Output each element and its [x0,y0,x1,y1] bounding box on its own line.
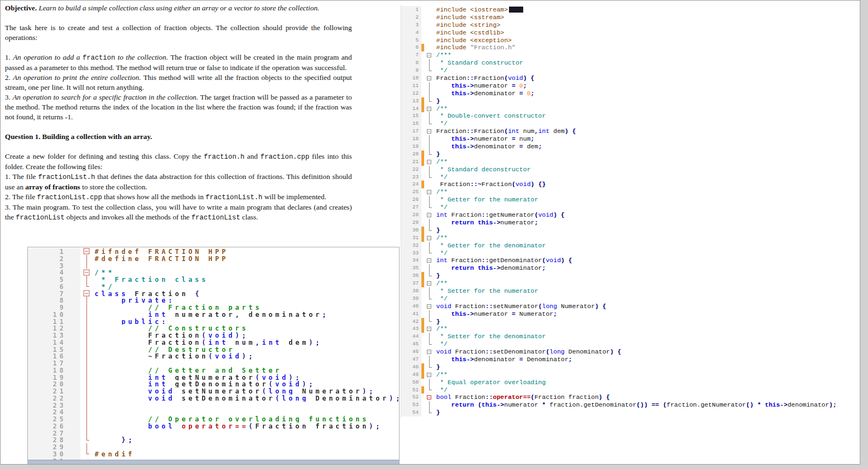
code-token: void [516,181,531,188]
code-token: -> [466,356,474,363]
fold-line-marker [80,360,92,367]
code-token: int [148,311,169,318]
code-line: 28 }; [28,436,399,443]
code-token: ; [322,311,329,318]
line-number: 32 [401,242,421,250]
code-token: Fraction [95,339,202,346]
fold-collapse-icon [80,290,92,297]
code-text: int Fraction::getDenominator(void) { [434,257,860,264]
line-number: 17 [401,128,421,135]
code-token: } [436,97,440,105]
code-line: 47 this->denominator = Denominator; [401,356,860,363]
line-number: 11 [401,82,421,90]
fold-line-marker [424,135,434,143]
code-token: Numerator [296,387,362,395]
code-token: long [542,303,557,310]
line-number: 7 [401,51,421,59]
fold-end-marker [424,272,434,280]
code-text: * Getter for the numerator [434,196,860,204]
code-text: /** [434,280,860,287]
code-line: 1#include <iostream> [401,6,860,14]
fold-line-marker [80,352,92,360]
code-token: denominator [474,90,519,97]
line-number: 24 [28,408,80,415]
fold-end-marker [424,318,434,326]
code-line: 38 * Setter for the numerator [401,287,860,295]
code-token: operator== [493,393,531,401]
code-token: } [436,150,440,158]
code-token: Numerator [519,310,553,317]
code-token: -> [466,135,474,142]
code-text: * Fraction class [92,276,399,283]
line-number: 20 [28,380,80,387]
fold-end-marker [424,340,434,348]
code-line: 5#include <exception> [401,37,860,44]
code-text: /** [92,269,399,276]
line-number: 30 [28,450,80,458]
code-line: 36} [401,272,860,280]
code-token: ); [309,339,322,346]
fold-margin [424,37,434,44]
code-token: getDenominator [489,257,542,264]
paragraph: The task here is to create and test a co… [5,23,352,43]
code-line: 10Fraction::Fraction(void) { [401,74,860,82]
code-line: 48} [401,363,860,371]
code-token: long [282,395,309,402]
code-token: * Getter for the numerator [436,196,538,203]
code-line: 53 return (this->numerator * fraction.ge… [401,401,860,409]
code-token [436,219,452,226]
code-line: 28int Fraction::getNumerator(void) { [401,211,860,219]
code-token: #endif [95,450,135,458]
code-text: // Getter and Setter [92,367,399,374]
fold-end-marker [80,283,92,290]
code-text: Fraction::Fraction(int num,int dem) { [434,128,860,135]
code-text: * Standard constructor [434,59,860,67]
code-token: this [482,401,497,408]
code-token: /** [436,325,448,332]
code-token: 0 [527,90,531,97]
fold-end-marker [424,409,434,416]
code-line: 33 */ [401,250,860,257]
code-token: -> [466,143,474,150]
line-number: 6 [28,283,80,290]
code-token: getNumerator [168,374,255,381]
code-token: Fraction [474,128,504,135]
code-text: Fraction::~Fraction(void) {} [434,181,860,188]
text-run: An operation to search for a specific fr… [13,93,198,101]
code-token: int [508,128,519,135]
code-line: 18 // Getter and Setter [28,367,399,374]
code-line: 10 int numerator, denominator; [28,311,399,318]
fold-collapse-icon [424,234,434,242]
code-token: ); [369,422,382,430]
line-number: 26 [401,196,421,204]
fold-line-marker [80,443,92,450]
code-line: 21 void setNumerator(long Numerator); [28,387,399,395]
code-token: getNumerator [489,211,535,218]
code-line: 8 * Standard constructor [401,59,860,67]
text-run: 1. [5,53,13,61]
code-line: 11 public: [28,318,399,325]
code-token: () * [746,401,765,408]
line-number: 28 [401,211,421,219]
code-line: 8 private: [28,297,399,304]
code-text: } [434,227,860,234]
code-line: 18 this->numerator = num; [401,135,860,143]
fold-end-marker [424,250,434,257]
code-line: 35 return this->denominator; [401,264,860,272]
fold-line-marker [80,415,92,422]
code-token: * Standard constructor [436,59,523,66]
section-heading: Question 1. Building a collection with a… [5,132,352,142]
line-number: 15 [28,346,80,353]
code-token: ; [538,143,542,150]
code-token: // Fraction parts [95,304,262,311]
code-line: 30#endif [28,450,399,458]
code-text [92,430,399,437]
code-text: bool operator==(Fraction fraction); [92,422,399,430]
code-text: this->denominator = 0; [434,90,860,97]
code-line: 3 [28,262,399,269]
fold-line-marker [424,264,434,272]
code-token: Fraction [95,332,202,339]
line-number: 14 [401,105,421,113]
line-number: 44 [401,333,421,340]
line-number: 13 [401,97,421,105]
